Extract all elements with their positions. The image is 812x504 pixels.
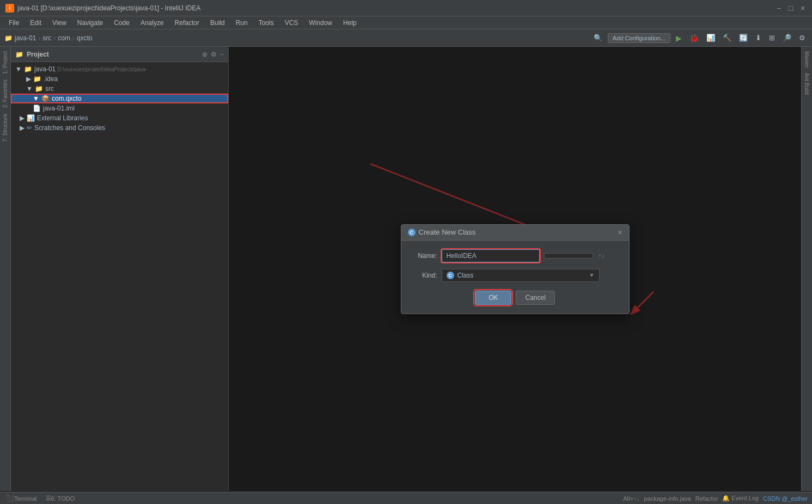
menu-navigate[interactable]: Navigate (73, 18, 107, 28)
panel-minimize-icon[interactable]: − (220, 51, 224, 58)
menu-window[interactable]: Window (304, 18, 337, 28)
tree-com-qxcto[interactable]: ▼ 📦 com.qxcto (11, 94, 228, 103)
breadcrumb-sep2: › (53, 34, 56, 42)
tree-pkg-label: com.qxcto (52, 95, 82, 102)
tree-src-icon: 📁 (35, 85, 43, 93)
project-tree: ▼ 📁 java-01 D:\xuexueziproject\ideaProje… (11, 62, 228, 491)
window-title: java-01 [D:\xuexueziproject\ideaProjects… (17, 4, 200, 12)
tree-root[interactable]: ▼ 📁 java-01 D:\xuexueziproject\ideaProje… (11, 64, 228, 74)
tree-src-folder[interactable]: ▼ 📁 src (11, 84, 228, 94)
title-bar: I java-01 [D:\xuexueziproject\ideaProjec… (0, 0, 812, 16)
ok-button[interactable]: OK (475, 291, 511, 305)
menu-build[interactable]: Build (206, 18, 229, 28)
debug-button[interactable]: 🐞 (687, 33, 701, 44)
status-bar-right: Alt+↑↓ package-info.java Refactor 🔔 Even… (623, 495, 808, 502)
tree-root-folder-icon: 📁 (24, 65, 32, 73)
menu-view[interactable]: View (48, 18, 71, 28)
minimize-button[interactable]: − (775, 4, 783, 12)
sidebar-tab-structure[interactable]: 7: Structure (1, 112, 9, 144)
menu-vcs[interactable]: VCS (280, 18, 303, 28)
menu-refactor[interactable]: Refactor (170, 18, 204, 28)
modal-kind-row: Kind: C Class ▼ (410, 269, 620, 282)
breadcrumb-sep3: › (72, 34, 75, 42)
tree-ext-expand-icon: ▶ (20, 114, 25, 122)
menu-edit[interactable]: Edit (26, 18, 46, 28)
cancel-button[interactable]: Cancel (516, 291, 554, 305)
menu-bar: File Edit View Navigate Code Analyze Ref… (0, 16, 812, 29)
create-new-class-dialog: C Create New Class × Name: ↑↓ (401, 224, 630, 314)
close-button[interactable]: × (799, 4, 807, 12)
git-button[interactable]: ⬇ (753, 33, 764, 43)
tree-iml-file[interactable]: 📄 java-01.iml (11, 103, 228, 113)
profile-button[interactable]: 📊 (704, 33, 717, 43)
sidebar-tab-ant-build[interactable]: Ant Build (803, 71, 811, 97)
run-button[interactable]: ▶ (674, 33, 684, 44)
modal-body: Name: ↑↓ Kind: C Class ▼ (401, 241, 629, 314)
add-configuration-button[interactable]: Add Configuration... (608, 33, 670, 43)
refactor-label: Refactor (695, 495, 718, 502)
sidebar-tab-project[interactable]: 1: Project (1, 49, 9, 76)
settings-button[interactable]: ⚙ (797, 33, 808, 43)
sync-button[interactable]: 🔄 (737, 33, 750, 43)
tree-scratches-icon: ✏ (27, 124, 32, 132)
tree-idea-expand-icon: ▶ (26, 75, 31, 83)
package-info-label: package-info.java (644, 495, 691, 502)
tree-pkg-icon: 📦 (41, 95, 50, 102)
tree-iml-icon: 📄 (33, 105, 41, 112)
event-log-icon: 🔔 (722, 495, 730, 501)
tree-pkg-expand-icon: ▼ (33, 95, 39, 102)
terminal-label: Terminal (14, 495, 37, 502)
tree-idea-folder[interactable]: ▶ 📁 .idea (11, 74, 228, 84)
alt-hint: Alt+↑↓ (623, 495, 639, 502)
menu-help[interactable]: Help (339, 18, 361, 28)
tree-idea-label: .idea (44, 75, 58, 83)
tree-scratches-expand-icon: ▶ (20, 124, 25, 132)
tree-ext-libs[interactable]: ▶ 📊 External Libraries (11, 113, 228, 123)
layout-button[interactable]: ⊞ (767, 33, 777, 43)
tree-ext-icon: 📊 (27, 114, 35, 122)
sidebar-tab-maven[interactable]: Maven (803, 49, 811, 70)
project-panel-header: 📁 Project ⊕ ⚙ − (11, 47, 228, 62)
maximize-button[interactable]: □ (787, 4, 795, 12)
breadcrumb-qxcto: qxcto (77, 34, 93, 42)
modal-close-button[interactable]: × (618, 228, 622, 237)
build-button[interactable]: 🔨 (721, 33, 734, 43)
modal-title-bar: C Create New Class × (401, 225, 629, 241)
panel-settings-icon[interactable]: ⚙ (211, 51, 217, 58)
modal-buttons: OK Cancel (410, 291, 620, 305)
breadcrumb-project-icon: 📁 (4, 34, 13, 42)
modal-class-icon: C (447, 272, 454, 279)
breadcrumb-sep1: › (38, 34, 40, 42)
todo-button[interactable]: ☰ 6: TODO (44, 494, 77, 503)
sidebar-tab-favorites[interactable]: 2: Favorites (1, 77, 9, 110)
panel-add-icon[interactable]: ⊕ (202, 51, 207, 58)
modal-name-input[interactable] (442, 249, 540, 262)
project-panel: 📁 Project ⊕ ⚙ − ▼ 📁 java-01 D:\xuexuezip… (11, 47, 229, 491)
menu-file[interactable]: File (4, 18, 23, 28)
app-icon: I (5, 4, 14, 13)
todo-icon: ☰ (46, 495, 51, 502)
tree-src-expand-icon: ▼ (26, 85, 33, 93)
menu-analyze[interactable]: Analyze (136, 18, 168, 28)
tree-iml-label: java-01.iml (43, 105, 75, 112)
todo-label: 6: TODO (51, 495, 75, 502)
modal-name-label: Name: (410, 252, 437, 260)
modal-kind-label: Kind: (410, 272, 437, 279)
editor-area: Search Everywhere Double Shift Drop file… (229, 47, 801, 491)
menu-code[interactable]: Code (109, 18, 134, 28)
breadcrumb-java01: java-01 (15, 34, 36, 42)
title-bar-left: I java-01 [D:\xuexueziproject\ideaProjec… (5, 4, 200, 13)
modal-sort-button[interactable]: ↑↓ (597, 251, 606, 261)
modal-title-icon: C (408, 229, 416, 236)
modal-select-arrow-icon: ▼ (589, 272, 595, 278)
terminal-button[interactable]: ⬛ Terminal (4, 494, 39, 503)
breadcrumb-src: src (42, 34, 51, 42)
tree-scratches[interactable]: ▶ ✏ Scratches and Consoles (11, 123, 228, 133)
find-button[interactable]: 🔎 (780, 33, 793, 43)
menu-run[interactable]: Run (231, 18, 252, 28)
modal-name-extra (544, 253, 593, 259)
terminal-icon: ⬛ (7, 495, 14, 502)
menu-tools[interactable]: Tools (254, 18, 278, 28)
modal-kind-select[interactable]: C Class ▼ (442, 269, 600, 282)
search-everywhere-icon[interactable]: 🔍 (591, 33, 605, 43)
